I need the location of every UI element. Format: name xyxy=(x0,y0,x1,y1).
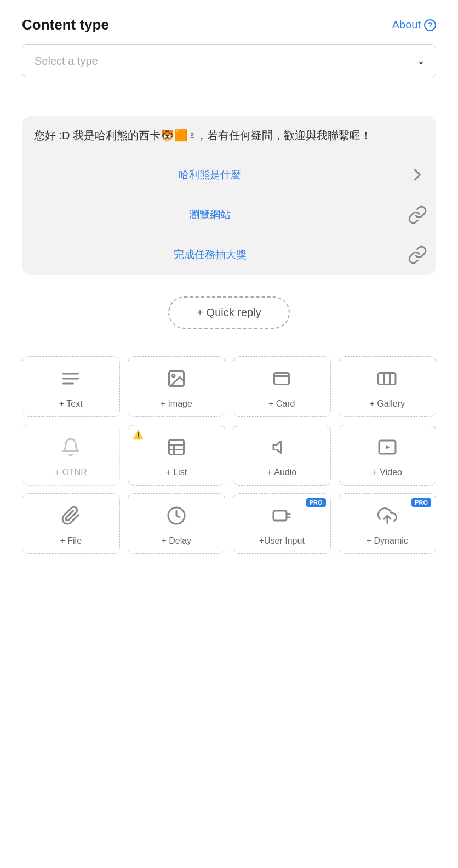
grid-label-card: + Card xyxy=(268,399,295,409)
link-icon-2 xyxy=(398,235,436,275)
link-icon-1 xyxy=(398,195,436,235)
button-label-1: 哈利熊是什麼 xyxy=(22,158,398,192)
button-label-3: 完成任務抽大獎 xyxy=(22,238,398,272)
gallery-icon xyxy=(377,369,397,392)
divider xyxy=(22,94,436,94)
grid-label-audio: + Audio xyxy=(267,467,296,477)
warning-icon: ⚠️ xyxy=(133,430,144,440)
pro-badge-dynamic: PRO xyxy=(411,498,431,507)
video-icon xyxy=(377,437,397,461)
quick-reply-section: + Quick reply xyxy=(22,296,436,329)
about-link[interactable]: About ? xyxy=(392,19,436,31)
content-grid: + Text + Image + Card + Gallery xyxy=(22,356,436,554)
grid-item-file[interactable]: + File xyxy=(22,493,120,554)
message-button-2[interactable]: 瀏覽網站 xyxy=(22,195,436,235)
header: Content type About ? xyxy=(22,16,436,33)
grid-label-image: + Image xyxy=(161,399,192,409)
grid-label-user-input: +User Input xyxy=(259,536,305,546)
grid-label-video: + Video xyxy=(373,467,402,477)
grid-label-file: + File xyxy=(60,536,82,546)
message-bubble: 您好 :D 我是哈利熊的西卡🐯🟧♀，若有任何疑問，歡迎與我聯繫喔！ 哈利熊是什麼… xyxy=(22,116,436,275)
grid-item-image[interactable]: + Image xyxy=(128,356,226,417)
page: Content type About ? Select a type ⌄ 您好 … xyxy=(0,0,458,868)
grid-label-gallery: + Gallery xyxy=(370,399,405,409)
text-icon xyxy=(61,369,81,392)
grid-item-audio[interactable]: + Audio xyxy=(233,425,331,486)
file-icon xyxy=(61,506,81,529)
grid-item-video[interactable]: + Video xyxy=(339,425,437,486)
message-button-1[interactable]: 哈利熊是什麼 xyxy=(22,155,436,195)
card-icon xyxy=(272,369,291,392)
grid-item-dynamic[interactable]: PRO + Dynamic xyxy=(339,493,437,554)
audio-icon xyxy=(272,437,291,461)
svg-rect-9 xyxy=(169,440,184,455)
grid-item-gallery[interactable]: + Gallery xyxy=(339,356,437,417)
user-input-icon xyxy=(272,506,291,529)
button-label-2: 瀏覽網站 xyxy=(22,198,398,232)
image-icon xyxy=(167,369,186,392)
svg-rect-5 xyxy=(274,373,289,385)
svg-point-4 xyxy=(172,375,175,378)
about-icon: ? xyxy=(424,19,436,31)
grid-label-otnr: + OTNR xyxy=(55,467,87,477)
grid-label-dynamic: + Dynamic xyxy=(367,536,408,546)
about-label: About xyxy=(392,19,421,31)
svg-marker-15 xyxy=(386,445,390,450)
quick-reply-button[interactable]: + Quick reply xyxy=(168,296,289,329)
message-text: 您好 :D 我是哈利熊的西卡🐯🟧♀，若有任何疑問，歡迎與我聯繫喔！ xyxy=(22,116,436,155)
svg-marker-13 xyxy=(273,442,281,453)
dynamic-icon xyxy=(377,506,397,529)
grid-item-text[interactable]: + Text xyxy=(22,356,120,417)
grid-label-delay: + Delay xyxy=(161,536,191,546)
bell-icon xyxy=(61,437,81,461)
type-select[interactable]: Select a type xyxy=(22,44,436,77)
grid-label-list: + List xyxy=(165,467,187,477)
type-select-wrapper: Select a type ⌄ xyxy=(22,44,436,77)
grid-label-text: + Text xyxy=(59,399,83,409)
clock-icon xyxy=(167,506,186,529)
grid-item-list[interactable]: ⚠️ + List xyxy=(128,425,226,486)
page-title: Content type xyxy=(22,16,109,33)
button-list: 哈利熊是什麼 瀏覽網站 完成任務抽大獎 xyxy=(22,155,436,275)
message-button-3[interactable]: 完成任務抽大獎 xyxy=(22,235,436,275)
grid-item-otnr: + OTNR xyxy=(22,425,120,486)
grid-item-user-input[interactable]: PRO +User Input xyxy=(233,493,331,554)
arrow-right-icon xyxy=(398,155,436,195)
grid-item-delay[interactable]: + Delay xyxy=(128,493,226,554)
pro-badge-user-input: PRO xyxy=(306,498,326,507)
svg-rect-17 xyxy=(273,511,287,521)
list-icon xyxy=(167,437,186,461)
grid-item-card[interactable]: + Card xyxy=(233,356,331,417)
